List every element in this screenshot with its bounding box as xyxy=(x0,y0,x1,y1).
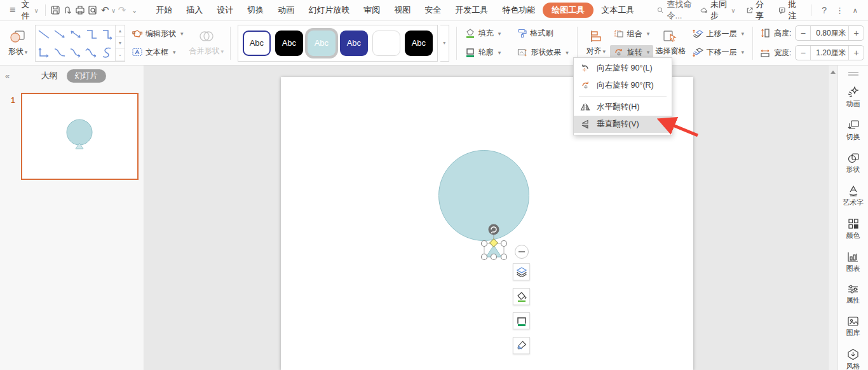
textbox-icon xyxy=(132,48,142,57)
sidebar-item-color[interactable]: 颜色 xyxy=(846,218,860,240)
export-icon[interactable] xyxy=(62,3,74,17)
shape-diagonal-arrow[interactable] xyxy=(51,25,67,43)
style-swatch-outline[interactable]: Abc xyxy=(243,31,271,56)
sidebar-item-style[interactable]: 风格 xyxy=(846,348,860,370)
height-decrease-button[interactable]: − xyxy=(796,28,810,38)
height-increase-button[interactable]: + xyxy=(849,28,864,38)
collapse-quick-tools-button[interactable] xyxy=(515,245,529,259)
help-button[interactable]: ? xyxy=(818,3,831,17)
tab-drawing-tools[interactable]: 绘图工具 xyxy=(543,3,593,18)
menu-item-flip-horizontal[interactable]: 水平翻转(H) xyxy=(574,99,672,116)
width-value[interactable]: 1.20厘米 xyxy=(810,46,849,60)
style-swatch-white[interactable]: Abc xyxy=(372,31,400,56)
tab-slides[interactable]: 幻灯片 xyxy=(67,69,106,83)
height-value[interactable]: 0.80厘米 xyxy=(810,26,849,40)
sidebar-item-animation[interactable]: 动画 xyxy=(846,86,860,109)
editing-canvas[interactable] xyxy=(144,65,828,370)
style-swatch-indigo[interactable]: Abc xyxy=(340,31,368,56)
gallery-more-icon[interactable]: ⌄ xyxy=(116,49,125,61)
sidebar-drag-handle[interactable] xyxy=(848,71,858,77)
shape-freeform-s-curve[interactable] xyxy=(99,43,115,61)
undo-dropdown-icon[interactable]: ∨ xyxy=(111,7,116,14)
quick-layer-button[interactable] xyxy=(513,263,530,280)
style-swatch-black[interactable]: Abc xyxy=(275,31,303,56)
vertical-scrollbar[interactable] xyxy=(828,65,837,370)
shape-curved-double-arrow-connector[interactable] xyxy=(83,43,99,61)
edit-shape-button[interactable]: 编辑形状▾ xyxy=(128,27,187,41)
gallery-scroll-up-icon[interactable]: ▲ xyxy=(116,25,125,38)
sidebar-item-transition[interactable]: 切换 xyxy=(846,120,860,142)
redo-icon[interactable]: ↷ xyxy=(116,3,128,17)
selected-triangle-shape[interactable] xyxy=(470,223,540,267)
menu-item-rotate-right-90[interactable]: 向右旋转 90°(R) xyxy=(574,77,672,94)
menu-item-flip-vertical[interactable]: 垂直翻转(V) xyxy=(574,116,672,133)
tab-outline[interactable]: 大纲 xyxy=(41,70,58,81)
send-backward-button[interactable]: 下移一层▾ xyxy=(688,45,749,60)
style-swatch-teal-selected[interactable]: Abc xyxy=(308,31,336,56)
outline-button[interactable]: 轮廓▾ xyxy=(461,45,505,60)
share-button[interactable]: 分享 xyxy=(742,0,772,22)
menu-item-rotate-left-90[interactable]: 向左旋转 90°(L) xyxy=(574,60,672,77)
group-button[interactable]: 组合▾ xyxy=(610,27,654,41)
file-menu-label: 文件 xyxy=(22,0,32,22)
shape-curved-arrow-connector[interactable] xyxy=(67,43,83,61)
bring-forward-label: 上移一层 xyxy=(707,29,737,39)
rotate-handle[interactable] xyxy=(489,224,499,235)
print-preview-icon[interactable] xyxy=(86,3,99,17)
comment-button[interactable]: 批注 xyxy=(775,0,804,22)
quick-outline-button[interactable] xyxy=(513,312,530,329)
selection-pane-button[interactable]: 选择窗格 xyxy=(653,28,688,58)
shape-elbow-double-arrow-connector[interactable] xyxy=(36,43,51,61)
bring-forward-button[interactable]: 上移一层▾ xyxy=(688,27,749,41)
find-command-search[interactable]: 查找命令... xyxy=(657,0,696,22)
shape-elbow-connector[interactable] xyxy=(83,25,99,43)
tab-slideshow[interactable]: 幻灯片放映 xyxy=(302,2,356,18)
style-gallery-more-icon[interactable]: ▾ xyxy=(440,25,449,62)
undo-icon[interactable]: ↶ xyxy=(99,3,112,17)
shape-curve-connector[interactable] xyxy=(51,43,67,61)
shape-elbow-arrow-connector[interactable] xyxy=(99,25,115,43)
width-increase-button[interactable]: + xyxy=(849,48,864,58)
slide-thumbnail[interactable] xyxy=(21,93,139,180)
gallery-scroll-down-icon[interactable]: ▼ xyxy=(116,37,125,49)
fill-button[interactable]: 填充▾ xyxy=(461,26,505,41)
style-swatch-black-2[interactable]: Abc xyxy=(405,31,433,56)
sidebar-item-wordart[interactable]: 艺术字 xyxy=(843,185,864,207)
more-options-button[interactable]: ⋮ xyxy=(833,3,846,17)
quickbar-more-icon[interactable]: ⌄ xyxy=(128,3,141,17)
shape-effects-button[interactable]: 形状效果▾ xyxy=(513,45,573,60)
tab-home[interactable]: 开始 xyxy=(149,2,179,18)
tab-security[interactable]: 安全 xyxy=(418,2,447,18)
tab-animation[interactable]: 动画 xyxy=(271,2,301,18)
tab-design[interactable]: 设计 xyxy=(210,2,240,18)
textbox-button[interactable]: 文本框▾ xyxy=(128,45,187,60)
merge-shapes-button[interactable]: 合并形状▾ xyxy=(187,28,226,58)
shape-diagonal-line[interactable] xyxy=(36,25,51,43)
align-button[interactable]: 对齐▾ xyxy=(582,28,610,58)
sidebar-item-gallery[interactable]: 图库 xyxy=(846,316,860,338)
insert-shape-button[interactable]: 形状▾ xyxy=(4,27,32,58)
print-icon[interactable] xyxy=(74,3,87,17)
sync-status-button[interactable]: 未同步 ∨ xyxy=(696,0,740,22)
sidebar-item-chart[interactable]: 图表 xyxy=(846,251,860,273)
quick-style-button[interactable] xyxy=(513,337,530,354)
adjust-handle[interactable] xyxy=(490,239,498,247)
sidebar-item-properties[interactable]: 属性 xyxy=(846,284,860,305)
collapse-ribbon-button[interactable]: ∧ xyxy=(849,3,862,17)
tab-text-tools[interactable]: 文本工具 xyxy=(595,2,641,18)
quick-fill-button[interactable] xyxy=(513,288,530,305)
sidebar-item-shape[interactable]: 形状 xyxy=(846,153,860,174)
file-menu-button[interactable]: 文件 ∨ xyxy=(19,0,41,22)
tab-devtools[interactable]: 开发工具 xyxy=(449,2,494,18)
shape-diagonal-double-arrow[interactable] xyxy=(67,25,83,43)
scroll-up-icon[interactable] xyxy=(831,71,836,74)
format-painter-button[interactable]: 格式刷 xyxy=(513,26,573,41)
width-decrease-button[interactable]: − xyxy=(796,48,810,58)
save-icon[interactable] xyxy=(50,3,62,17)
tab-special-features[interactable]: 特色功能 xyxy=(496,2,541,18)
tab-view[interactable]: 视图 xyxy=(388,2,417,18)
tab-review[interactable]: 审阅 xyxy=(357,2,386,18)
hamburger-menu-icon[interactable]: ≡ xyxy=(6,3,19,17)
tab-transition[interactable]: 切换 xyxy=(241,2,270,18)
tab-insert[interactable]: 插入 xyxy=(180,2,209,18)
